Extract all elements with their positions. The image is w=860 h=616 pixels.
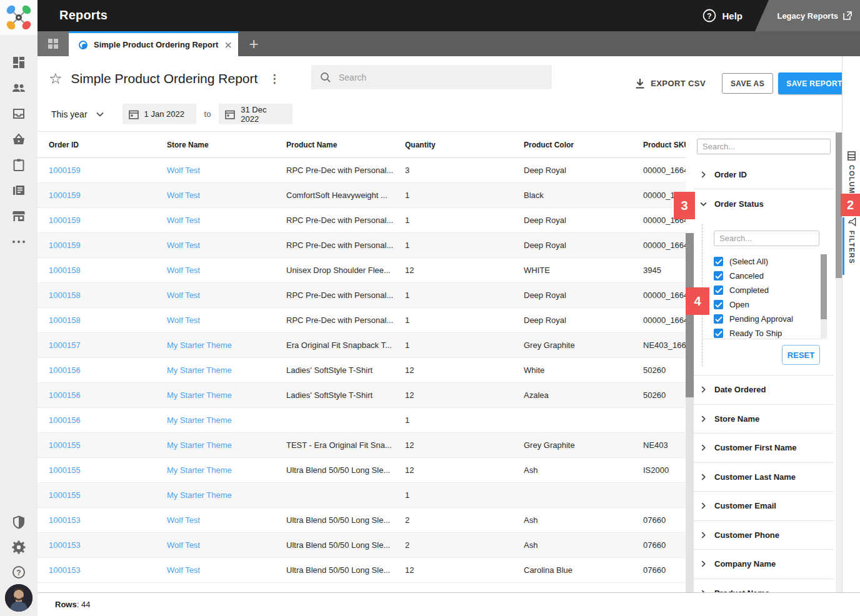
clipboard-icon[interactable]	[11, 157, 26, 172]
column-header[interactable]: Store Name	[156, 141, 275, 149]
filter-section-date-ordered[interactable]: Date Ordered	[694, 375, 834, 405]
tab-simple-product-ordering-report[interactable]: Simple Product Ordering Report ×	[69, 31, 238, 56]
order-id-cell[interactable]: 1000153	[38, 515, 156, 525]
report-menu-kebab-icon[interactable]: ⋮	[269, 72, 280, 86]
report-table: Order IDStore NameProduct NameQuantityPr…	[38, 131, 694, 592]
date-preset-dropdown[interactable]: This year	[51, 109, 104, 119]
user-avatar[interactable]	[5, 584, 32, 612]
order-id-cell[interactable]: 1000158	[38, 266, 156, 275]
order-id-cell[interactable]: 1000159	[38, 166, 156, 175]
column-header[interactable]: Quantity	[394, 141, 512, 149]
filter-section-customer-first-name[interactable]: Customer First Name	[694, 434, 834, 463]
report-gallery-button[interactable]	[38, 31, 69, 56]
order-id-cell[interactable]: 1000153	[38, 565, 156, 575]
store-name-cell[interactable]: Wolf Test	[156, 565, 275, 575]
more-icon[interactable]	[11, 234, 26, 249]
options-scrollbar[interactable]	[821, 254, 827, 338]
filter-section-store-name[interactable]: Store Name	[694, 405, 834, 434]
filter-section-label: Company Name	[714, 559, 776, 569]
order-id-cell[interactable]: 1000158	[38, 315, 156, 325]
dashboard-icon[interactable]	[11, 55, 26, 70]
order-id-cell[interactable]: 1000159	[38, 241, 156, 250]
shield-icon[interactable]	[11, 515, 26, 530]
basket-icon[interactable]	[11, 132, 26, 147]
search-input[interactable]	[339, 72, 543, 82]
store-name-cell[interactable]: My Starter Theme	[156, 390, 275, 400]
title-row: ☆ Simple Product Ordering Report ⋮	[49, 71, 280, 86]
storefront-icon[interactable]	[11, 209, 26, 224]
filter-section-company-name[interactable]: Company Name	[694, 550, 834, 579]
reset-button[interactable]: RESET	[782, 345, 820, 365]
filter-section-customer-email[interactable]: Customer Email	[694, 492, 834, 521]
checkbox-checked-icon[interactable]	[714, 329, 723, 338]
filters-search-input[interactable]	[697, 139, 831, 154]
scrollbar-thumb[interactable]	[686, 233, 694, 397]
filter-section-order-status[interactable]: Order Status	[694, 189, 834, 218]
checkbox-checked-icon[interactable]	[714, 286, 723, 295]
app-title: Reports	[59, 8, 108, 22]
documents-icon[interactable]	[11, 183, 26, 198]
help-outline-icon[interactable]: ?	[11, 565, 26, 580]
column-header[interactable]: Product Color	[512, 141, 632, 149]
app-logo[interactable]	[0, 0, 38, 35]
order-id-cell[interactable]: 1000156	[38, 415, 156, 425]
save-report-button[interactable]: SAVE REPORT	[778, 72, 851, 94]
checkbox-checked-icon[interactable]	[714, 314, 723, 324]
store-name-cell[interactable]: Wolf Test	[156, 241, 275, 250]
store-name-cell[interactable]: My Starter Theme	[156, 465, 275, 475]
status-option-pending-approval[interactable]: Pending Approval	[714, 312, 820, 326]
store-name-cell[interactable]: Wolf Test	[156, 515, 275, 525]
order-id-cell[interactable]: 1000159	[38, 191, 156, 200]
column-header[interactable]: Product Name	[275, 141, 394, 149]
store-name-cell[interactable]: Wolf Test	[156, 540, 275, 550]
settings-icon[interactable]	[11, 540, 26, 555]
order-id-cell[interactable]: 1000156	[38, 390, 156, 400]
store-name-cell[interactable]: My Starter Theme	[156, 340, 275, 350]
store-name-cell[interactable]: My Starter Theme	[156, 415, 275, 425]
start-date-field[interactable]: 1 Jan 2022	[122, 104, 196, 124]
order-id-cell[interactable]: 1000157	[38, 340, 156, 350]
order-id-cell[interactable]: 1000153	[38, 540, 156, 550]
store-name-cell[interactable]: Wolf Test	[156, 166, 275, 175]
status-option-canceled[interactable]: Canceled	[714, 269, 820, 283]
store-name-cell[interactable]: My Starter Theme	[156, 440, 275, 450]
people-icon[interactable]	[11, 81, 26, 96]
help-button[interactable]: ? Help	[702, 0, 742, 31]
tab-filters[interactable]: FILTERS	[842, 217, 859, 275]
status-option-completed[interactable]: Completed	[714, 283, 820, 297]
favorite-star-icon[interactable]: ☆	[49, 71, 62, 86]
store-name-cell[interactable]: My Starter Theme	[156, 365, 275, 375]
order-id-cell[interactable]: 1000155	[38, 490, 156, 500]
order-id-cell[interactable]: 1000158	[38, 291, 156, 300]
save-as-button[interactable]: SAVE AS	[722, 73, 773, 94]
checkbox-checked-icon[interactable]	[714, 271, 723, 281]
inbox-icon[interactable]	[11, 106, 26, 121]
order-id-cell[interactable]: 1000156	[38, 365, 156, 375]
filter-section-customer-phone[interactable]: Customer Phone	[694, 521, 834, 550]
scrollbar-thumb[interactable]	[821, 254, 827, 319]
store-name-cell[interactable]: Wolf Test	[156, 266, 275, 275]
store-name-cell[interactable]: My Starter Theme	[156, 490, 275, 500]
new-tab-button[interactable]: +	[238, 31, 269, 56]
column-header[interactable]: Product SKU	[632, 141, 686, 149]
store-name-cell[interactable]: Wolf Test	[156, 315, 275, 325]
store-name-cell[interactable]: Wolf Test	[156, 291, 275, 300]
order-id-cell[interactable]: 1000155	[38, 465, 156, 475]
end-date-field[interactable]: 31 Dec 2022	[219, 104, 292, 124]
checkbox-checked-icon[interactable]	[714, 300, 723, 309]
order-id-cell[interactable]: 1000155	[38, 440, 156, 450]
store-name-cell[interactable]: Wolf Test	[156, 191, 275, 200]
filter-section-product-name[interactable]: Product Name	[694, 579, 834, 593]
export-csv-button[interactable]: EXPORT CSV	[635, 78, 706, 89]
filter-section-order-id[interactable]: Order ID	[694, 161, 834, 189]
store-name-cell[interactable]: Wolf Test	[156, 216, 275, 225]
status-option-select-all[interactable]: (Select All)	[714, 254, 820, 269]
status-option-open[interactable]: Open	[714, 297, 820, 312]
checkbox-checked-icon[interactable]	[714, 257, 723, 266]
filter-section-customer-last-name[interactable]: Customer Last Name	[694, 463, 834, 492]
column-header[interactable]: Order ID	[38, 141, 156, 149]
legacy-reports-link[interactable]: Legacy Reports	[755, 0, 860, 31]
order-status-search-input[interactable]	[714, 231, 819, 246]
order-id-cell[interactable]: 1000159	[38, 216, 156, 225]
tab-close-icon[interactable]: ×	[224, 39, 232, 51]
